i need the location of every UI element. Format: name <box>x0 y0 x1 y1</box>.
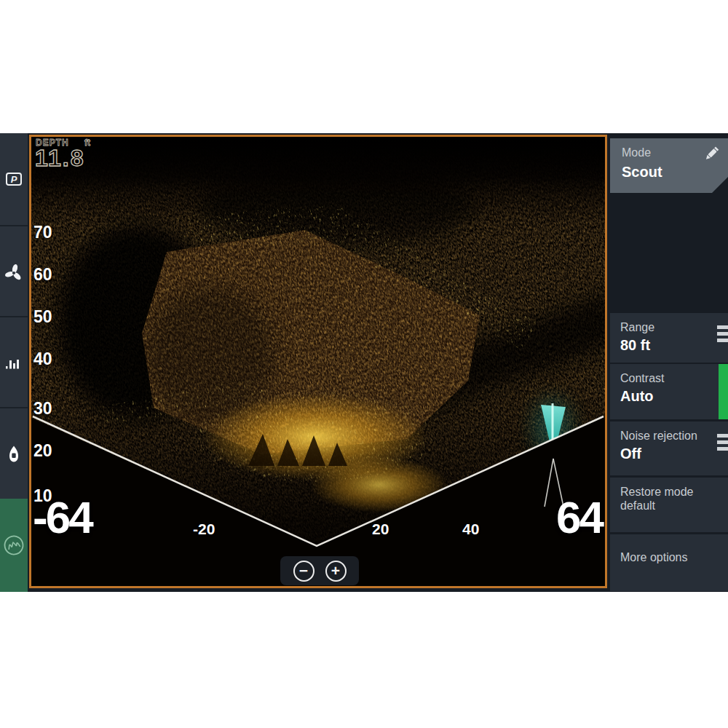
depth-value: 11.8 <box>35 145 85 172</box>
sonar-image <box>31 137 605 586</box>
depth-unit: ft <box>84 138 90 148</box>
sonar-viewport[interactable]: DEPTH ft 11.8 70 60 50 40 30 20 10 -64 -… <box>31 137 605 586</box>
depth-tick: 60 <box>33 266 52 283</box>
menu-item-value: Off <box>620 446 728 462</box>
range-tick: 20 <box>372 521 389 537</box>
sidebar-item-propulsion[interactable] <box>0 226 28 317</box>
sidebar: P <box>0 133 28 592</box>
bars-icon <box>6 357 22 369</box>
menu-item-restore-defaults[interactable]: Restore mode default <box>610 478 728 532</box>
depth-tick: 30 <box>33 400 52 417</box>
mode-label: Mode <box>622 146 651 159</box>
depth-tick: 50 <box>33 309 52 325</box>
menu-item-range[interactable]: Range 80 ft <box>610 313 728 363</box>
sidebar-item-vessel[interactable] <box>0 408 28 499</box>
range-tick: -20 <box>193 521 215 537</box>
boat-icon <box>7 446 20 463</box>
mode-value: Scout <box>622 164 662 180</box>
svg-text:P: P <box>11 174 17 185</box>
slider-icon <box>717 434 728 451</box>
propeller-icon <box>4 263 23 282</box>
pencil-icon[interactable] <box>703 145 720 162</box>
depth-tick: 70 <box>33 224 52 241</box>
mercury-logo <box>2 534 25 557</box>
menu-item-value: 80 ft <box>620 337 728 353</box>
range-left-max: -64 <box>33 495 92 540</box>
sidebar-item-brand[interactable] <box>0 499 28 592</box>
zoom-in-button[interactable]: + <box>325 561 347 582</box>
menu-item-label: Restore mode default <box>620 485 709 513</box>
menu-item-label: Contrast <box>620 371 728 385</box>
settings-menu: Mode Scout Range 80 ft Contrast Auto Noi… <box>607 133 728 592</box>
menu-item-label: Range <box>620 320 728 334</box>
contrast-accent-bar <box>719 364 728 419</box>
mode-panel[interactable]: Mode Scout <box>610 138 728 193</box>
zoom-out-button[interactable]: − <box>293 561 314 582</box>
menu-item-value: Auto <box>620 388 728 404</box>
depth-tick: 20 <box>33 443 52 459</box>
sidebar-item-levels[interactable] <box>0 317 28 408</box>
menu-item-noise-rejection[interactable]: Noise rejection Off <box>610 422 728 475</box>
depth-tick: 40 <box>33 351 52 368</box>
slider-icon <box>717 325 728 342</box>
sidebar-item-pilot[interactable]: P <box>0 133 28 224</box>
menu-item-label: Noise rejection <box>620 429 728 443</box>
p-badge-icon: P <box>5 172 23 186</box>
zoom-controls: − + <box>280 556 359 585</box>
range-right-max: 64 <box>556 495 602 540</box>
sonar-unit-screen: P <box>0 133 728 592</box>
menu-item-contrast[interactable]: Contrast Auto <box>610 364 728 419</box>
menu-item-more-options[interactable]: More options <box>610 534 728 591</box>
range-tick: 40 <box>462 521 479 537</box>
menu-item-label: More options <box>620 550 728 564</box>
